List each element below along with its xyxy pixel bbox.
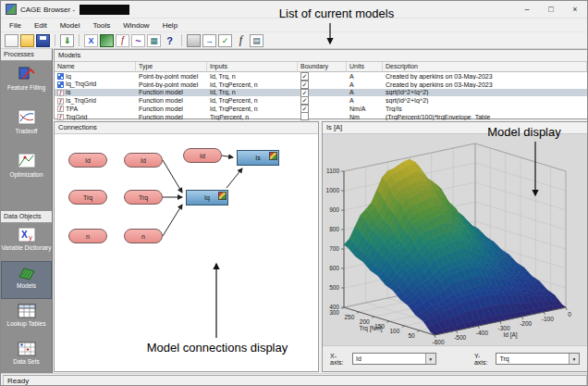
svg-text:Trq [Nm]: Trq [Nm] bbox=[359, 325, 382, 332]
menu-edit[interactable]: Edit bbox=[28, 20, 54, 31]
boundary-checkbox[interactable]: ✓ bbox=[300, 89, 309, 97]
y-axis-value: Trq bbox=[499, 355, 569, 362]
model-node-iq[interactable]: Iq bbox=[186, 190, 228, 205]
menu-window[interactable]: Window bbox=[116, 20, 155, 31]
y-axis-select[interactable]: Trq ▼ bbox=[496, 353, 580, 365]
cell-boundary: ✓ bbox=[298, 89, 347, 97]
variable-node-id[interactable]: Id bbox=[183, 148, 222, 163]
print-icon[interactable] bbox=[187, 34, 201, 47]
table-row[interactable]: IsFunction modelId, Trq, n✓Asqrt(Id^2+Iq… bbox=[55, 89, 587, 97]
menu-file[interactable]: File bbox=[3, 20, 28, 31]
menu-help[interactable]: Help bbox=[156, 20, 184, 31]
sidebar-item-models[interactable]: Models bbox=[1, 261, 52, 299]
svg-text:-500: -500 bbox=[454, 334, 466, 341]
sidebar-item-variable-dictionary[interactable]: Xy Variable Dictionary bbox=[1, 223, 52, 261]
surface-plot-area[interactable]: 4005006007008009001000110050100150200250… bbox=[323, 134, 587, 345]
cell-desc: Created by aperkins on 03-May-2023 bbox=[383, 81, 587, 88]
svg-text:1000: 1000 bbox=[326, 187, 340, 193]
sidebar-item-label: Optimization bbox=[1, 171, 52, 178]
function-model-icon bbox=[57, 114, 64, 120]
connection-arrows bbox=[55, 134, 318, 371]
point-model-icon bbox=[57, 81, 64, 88]
column-header-inputs[interactable]: Inputs bbox=[207, 62, 298, 72]
variable-node-id[interactable]: Id bbox=[124, 153, 163, 168]
boundary-checkbox[interactable] bbox=[300, 112, 309, 120]
annotation-model-connections-display: Model connections display bbox=[129, 341, 306, 355]
sidebar-item-tradeoff[interactable]: Tradeoff bbox=[1, 105, 52, 148]
model-node-is[interactable]: Is bbox=[237, 150, 279, 166]
sidebar-item-feature-filling[interactable]: Feature Filling bbox=[1, 61, 52, 105]
table-row[interactable]: Is_TrqGridFunction modelId, TrqPercent, … bbox=[55, 96, 587, 105]
boundary-checkbox[interactable]: ✓ bbox=[300, 81, 309, 89]
help-icon[interactable] bbox=[163, 34, 177, 47]
cell-name: Iq_TrqGrid bbox=[55, 81, 136, 88]
new-feature-icon[interactable] bbox=[116, 34, 129, 47]
save-project-icon[interactable] bbox=[36, 34, 50, 47]
cell-boundary: ✓ bbox=[298, 81, 347, 89]
open-project-icon[interactable] bbox=[20, 34, 34, 47]
sidebar-item-lookup-tables[interactable]: Lookup Tables bbox=[1, 299, 52, 337]
column-header-description[interactable]: Description bbox=[383, 62, 587, 72]
column-header-boundary[interactable]: Boundary bbox=[298, 62, 347, 72]
variable-node-n[interactable]: n bbox=[68, 229, 107, 243]
import-data-icon[interactable] bbox=[60, 34, 74, 47]
table-body: IqPoint-by-point modelId, Trq, n✓ACreate… bbox=[55, 72, 587, 121]
model-display-panel: Is [A] 400500600700800900100011005010015… bbox=[322, 121, 588, 372]
cell-desc: (TrqPercent/100)*trqEnvelope_Table bbox=[383, 114, 587, 120]
chevron-down-icon[interactable]: ▼ bbox=[569, 354, 579, 364]
x-axis-select[interactable]: Id ▼ bbox=[352, 353, 436, 365]
optimization-icon bbox=[17, 152, 37, 170]
variable-node-n[interactable]: n bbox=[124, 229, 163, 243]
toolbar bbox=[1, 31, 587, 49]
cell-desc: Trq/Is bbox=[383, 106, 587, 112]
menu-tools[interactable]: Tools bbox=[86, 20, 116, 31]
models-icon bbox=[17, 265, 37, 281]
variable-node-trq[interactable]: Trq bbox=[124, 190, 163, 205]
cell-boundary bbox=[298, 112, 347, 121]
sidebar-spacer bbox=[1, 192, 52, 211]
cell-desc: sqrt(Id^2+Iq^2) bbox=[383, 97, 587, 104]
new-variable-icon[interactable] bbox=[84, 34, 98, 47]
fit-model-icon[interactable] bbox=[234, 34, 248, 47]
model-node-label: Is bbox=[255, 155, 260, 161]
variable-node-id[interactable]: Id bbox=[68, 153, 107, 168]
status-bar: Ready bbox=[1, 373, 588, 386]
lookup-tables-icon bbox=[17, 303, 37, 319]
annotation-list-of-current-models: List of current models bbox=[267, 6, 406, 20]
chevron-down-icon[interactable]: ▼ bbox=[425, 354, 435, 364]
minimize-button[interactable]: – bbox=[515, 1, 539, 18]
column-header-name[interactable]: Name bbox=[55, 62, 136, 72]
cell-units: A bbox=[347, 89, 383, 95]
maximize-button[interactable]: □ bbox=[539, 1, 563, 18]
boundary-checkbox[interactable]: ✓ bbox=[300, 72, 309, 81]
new-tradeoff-icon[interactable] bbox=[131, 34, 145, 47]
menu-bar: File Edit Model Tools Window Help bbox=[1, 19, 587, 31]
evaluate-model-icon[interactable] bbox=[218, 34, 232, 47]
new-dataset-icon[interactable] bbox=[147, 34, 161, 47]
column-header-type[interactable]: Type bbox=[136, 62, 207, 72]
cell-boundary: ✓ bbox=[298, 96, 347, 105]
connections-canvas[interactable]: Id Id Id Trq Trq n n Is Iq bbox=[55, 134, 318, 371]
boundary-checkbox[interactable]: ✓ bbox=[300, 96, 309, 105]
annotation-model-display: Model display bbox=[480, 125, 569, 139]
cell-type: Function model bbox=[136, 97, 207, 104]
sidebar-item-optimization[interactable]: Optimization bbox=[1, 148, 52, 192]
table-row[interactable]: IqPoint-by-point modelId, Trq, n✓ACreate… bbox=[55, 72, 587, 81]
column-header-units[interactable]: Units bbox=[347, 62, 383, 72]
new-project-icon[interactable] bbox=[5, 34, 18, 47]
cell-inputs: Id, TrqPercent, n bbox=[207, 97, 298, 104]
surface-plot[interactable]: 4005006007008009001000110050100150200250… bbox=[323, 134, 587, 346]
table-row[interactable]: TrqGridFunction modelTrqPercent, nNm(Trq… bbox=[55, 113, 587, 121]
export-model-icon[interactable] bbox=[202, 34, 216, 47]
svg-text:y: y bbox=[29, 233, 32, 242]
table-row[interactable]: Iq_TrqGridPoint-by-point modelId, TrqPer… bbox=[55, 81, 587, 89]
cell-name: Is_TrqGrid bbox=[55, 97, 136, 105]
view-details-icon[interactable] bbox=[250, 34, 263, 47]
new-model-icon[interactable] bbox=[100, 34, 114, 47]
svg-text:Id [A]: Id [A] bbox=[503, 331, 517, 339]
sidebar-item-data-sets[interactable]: Data Sets bbox=[1, 337, 52, 375]
menu-model[interactable]: Model bbox=[54, 20, 87, 31]
variable-node-trq[interactable]: Trq bbox=[68, 190, 107, 205]
close-button[interactable]: × bbox=[563, 1, 587, 18]
data-sets-icon bbox=[17, 341, 37, 357]
